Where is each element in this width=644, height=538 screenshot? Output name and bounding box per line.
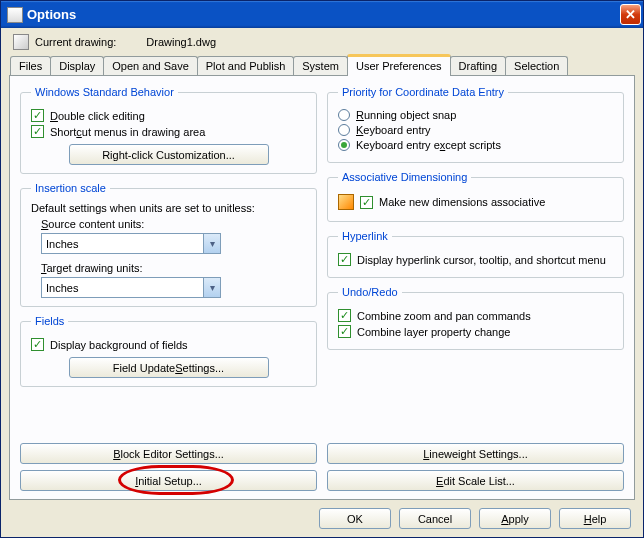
legend-insertion: Insertion scale [31, 182, 110, 194]
left-column: Windows Standard Behavior Double click e… [20, 86, 317, 437]
help-button[interactable]: Help [559, 508, 631, 529]
current-drawing-value: Drawing1.dwg [146, 36, 216, 48]
options-window: Options ✕ Current drawing: Drawing1.dwg … [0, 0, 644, 538]
chevron-down-icon: ▾ [203, 234, 220, 253]
check-assoc-label: Make new dimensions associative [379, 196, 545, 208]
bottom-buttons-row2: Initial Setup... Edit Scale List... [20, 470, 624, 491]
field-update-settings-button[interactable]: Field Update Settings... [69, 357, 269, 378]
block-editor-settings-button[interactable]: Block Editor Settings... [20, 443, 317, 464]
tab-user-preferences[interactable]: User Preferences [347, 54, 451, 76]
check-hyperlink-label: Display hyperlink cursor, tooltip, and s… [357, 254, 606, 266]
lineweight-settings-button[interactable]: Lineweight Settings... [327, 443, 624, 464]
apply-button[interactable]: Apply [479, 508, 551, 529]
check-combine-zoom-label: Combine zoom and pan commands [357, 310, 531, 322]
checkbox-icon [338, 309, 351, 322]
radio-kb-except-row[interactable]: Keyboard entry except scripts [338, 139, 613, 151]
tab-display[interactable]: Display [50, 56, 104, 75]
chevron-down-icon: ▾ [203, 278, 220, 297]
legend-fields: Fields [31, 315, 68, 327]
check-combine-zoom-row[interactable]: Combine zoom and pan commands [338, 309, 613, 322]
check-combine-layer-label: Combine layer property change [357, 326, 510, 338]
target-units-select[interactable]: Inches ▾ [41, 277, 221, 298]
source-units-label: Source content units: [41, 218, 306, 230]
check-display-bg-row[interactable]: Display background of fields [31, 338, 306, 351]
checkbox-icon [31, 109, 44, 122]
target-units-value: Inches [46, 282, 78, 294]
edit-scale-list-button[interactable]: Edit Scale List... [327, 470, 624, 491]
radio-icon [338, 124, 350, 136]
tab-system[interactable]: System [293, 56, 348, 75]
legend-undo: Undo/Redo [338, 286, 402, 298]
check-display-bg-label: Display background of fields [50, 339, 188, 351]
check-combine-layer-row[interactable]: Combine layer property change [338, 325, 613, 338]
group-hyperlink: Hyperlink Display hyperlink cursor, tool… [327, 230, 624, 278]
drawing-icon [13, 34, 29, 50]
radio-icon [338, 109, 350, 121]
ok-button[interactable]: OK [319, 508, 391, 529]
legend-wsb: Windows Standard Behavior [31, 86, 178, 98]
radio-keyboard-row[interactable]: Keyboard entry [338, 124, 613, 136]
app-icon [7, 7, 23, 23]
radio-kb-except-label: Keyboard entry except scripts [356, 139, 501, 151]
check-hyperlink-row[interactable]: Display hyperlink cursor, tooltip, and s… [338, 253, 613, 266]
group-fields: Fields Display background of fields Fiel… [20, 315, 317, 387]
group-windows-standard-behavior: Windows Standard Behavior Double click e… [20, 86, 317, 174]
bottom-buttons-row1: Block Editor Settings... Lineweight Sett… [20, 443, 624, 464]
checkbox-icon [360, 196, 373, 209]
dialog-body: Current drawing: Drawing1.dwg Files Disp… [1, 28, 643, 537]
tab-plot-and-publish[interactable]: Plot and Publish [197, 56, 295, 75]
checkbox-icon [338, 325, 351, 338]
check-assoc-row[interactable]: Make new dimensions associative [338, 194, 613, 210]
check-shortcut-menus-label: Shortcut menus in drawing area [50, 126, 205, 138]
source-units-value: Inches [46, 238, 78, 250]
legend-assoc: Associative Dimensioning [338, 171, 471, 183]
tab-drafting[interactable]: Drafting [450, 56, 507, 75]
radio-running-snap-row[interactable]: Running object snap [338, 109, 613, 121]
initial-setup-button[interactable]: Initial Setup... [20, 470, 317, 491]
check-double-click-label: Double click editing [50, 110, 145, 122]
radio-running-snap-label: Running object snap [356, 109, 456, 121]
check-double-click-row[interactable]: Double click editing [31, 109, 306, 122]
checkbox-icon [31, 338, 44, 351]
source-units-select[interactable]: Inches ▾ [41, 233, 221, 254]
checkbox-icon [338, 253, 351, 266]
current-drawing-label: Current drawing: [35, 36, 116, 48]
target-units-label: Target drawing units: [41, 262, 306, 274]
insertion-default-label: Default settings when units are set to u… [31, 202, 306, 214]
tab-files[interactable]: Files [10, 56, 51, 75]
check-shortcut-menus-row[interactable]: Shortcut menus in drawing area [31, 125, 306, 138]
radio-keyboard-label: Keyboard entry [356, 124, 431, 136]
close-button[interactable]: ✕ [620, 4, 641, 25]
group-associative-dim: Associative Dimensioning Make new dimens… [327, 171, 624, 222]
tab-selection[interactable]: Selection [505, 56, 568, 75]
legend-priority: Priority for Coordinate Data Entry [338, 86, 508, 98]
group-insertion-scale: Insertion scale Default settings when un… [20, 182, 317, 307]
checkbox-icon [31, 125, 44, 138]
group-priority-coord: Priority for Coordinate Data Entry Runni… [327, 86, 624, 163]
tab-panel: Windows Standard Behavior Double click e… [9, 75, 635, 500]
group-undo-redo: Undo/Redo Combine zoom and pan commands … [327, 286, 624, 350]
dialog-button-row: OK Cancel Apply Help [9, 500, 635, 529]
right-click-customization-button[interactable]: Right-click Customization... [69, 144, 269, 165]
drawing-config-icon [338, 194, 354, 210]
right-column: Priority for Coordinate Data Entry Runni… [327, 86, 624, 437]
current-drawing-row: Current drawing: Drawing1.dwg [9, 32, 635, 54]
tab-strip: Files Display Open and Save Plot and Pub… [9, 54, 635, 75]
tab-open-and-save[interactable]: Open and Save [103, 56, 197, 75]
radio-icon [338, 139, 350, 151]
titlebar: Options ✕ [1, 1, 643, 28]
cancel-button[interactable]: Cancel [399, 508, 471, 529]
legend-hyperlink: Hyperlink [338, 230, 392, 242]
window-title: Options [27, 7, 620, 22]
